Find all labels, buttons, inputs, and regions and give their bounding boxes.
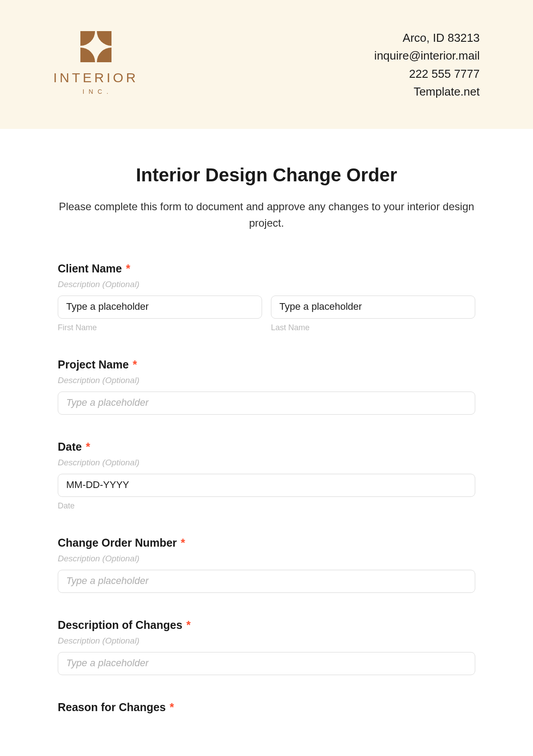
contact-phone: 222 555 7777 bbox=[374, 65, 480, 83]
logo-icon bbox=[80, 31, 111, 62]
field-description-of-changes: Description of Changes * Description (Op… bbox=[58, 619, 475, 675]
last-name-input[interactable]: Type a placeholder bbox=[271, 296, 475, 319]
first-name-sublabel: First Name bbox=[58, 323, 262, 332]
field-label: Client Name * bbox=[58, 262, 475, 275]
field-label: Project Name * bbox=[58, 358, 475, 371]
date-sublabel: Date bbox=[58, 501, 475, 511]
field-label: Reason for Changes * bbox=[58, 701, 475, 714]
contact-address: Arco, ID 83213 bbox=[374, 29, 480, 47]
last-name-sublabel: Last Name bbox=[271, 323, 475, 332]
logo-text: INTERIOR bbox=[53, 70, 138, 85]
field-description: Description (Optional) bbox=[58, 280, 475, 289]
form-body: Interior Design Change Order Please comp… bbox=[0, 129, 533, 714]
contact-site: Template.net bbox=[374, 83, 480, 100]
letterhead-header: INTERIOR INC. Arco, ID 83213 inquire@int… bbox=[0, 0, 533, 129]
field-reason-for-changes: Reason for Changes * bbox=[58, 701, 475, 714]
description-of-changes-input[interactable]: Type a placeholder bbox=[58, 652, 475, 675]
required-mark: * bbox=[133, 358, 137, 371]
field-client-name: Client Name * Description (Optional) Typ… bbox=[58, 262, 475, 332]
required-mark: * bbox=[181, 536, 185, 549]
required-mark: * bbox=[126, 262, 130, 275]
required-mark: * bbox=[187, 619, 191, 631]
field-label: Date * bbox=[58, 440, 475, 453]
logo-subtext: INC. bbox=[83, 88, 113, 95]
contact-info: Arco, ID 83213 inquire@interior.mail 222… bbox=[374, 29, 480, 100]
project-name-input[interactable]: Type a placeholder bbox=[58, 392, 475, 415]
company-logo: INTERIOR INC. bbox=[53, 31, 138, 95]
contact-email: inquire@interior.mail bbox=[374, 47, 480, 64]
field-label: Description of Changes * bbox=[58, 619, 475, 632]
date-input[interactable]: MM-DD-YYYY bbox=[58, 474, 475, 497]
field-label: Change Order Number * bbox=[58, 536, 475, 549]
change-order-number-input[interactable]: Type a placeholder bbox=[58, 570, 475, 593]
field-description: Description (Optional) bbox=[58, 458, 475, 468]
field-description: Description (Optional) bbox=[58, 376, 475, 385]
page-intro: Please complete this form to document an… bbox=[58, 198, 475, 231]
field-change-order-number: Change Order Number * Description (Optio… bbox=[58, 536, 475, 593]
page-title: Interior Design Change Order bbox=[58, 164, 475, 186]
field-date: Date * Description (Optional) MM-DD-YYYY… bbox=[58, 440, 475, 511]
first-name-input[interactable]: Type a placeholder bbox=[58, 296, 262, 319]
required-mark: * bbox=[86, 440, 90, 453]
required-mark: * bbox=[170, 701, 174, 713]
field-description: Description (Optional) bbox=[58, 554, 475, 564]
field-project-name: Project Name * Description (Optional) Ty… bbox=[58, 358, 475, 415]
field-description: Description (Optional) bbox=[58, 636, 475, 646]
